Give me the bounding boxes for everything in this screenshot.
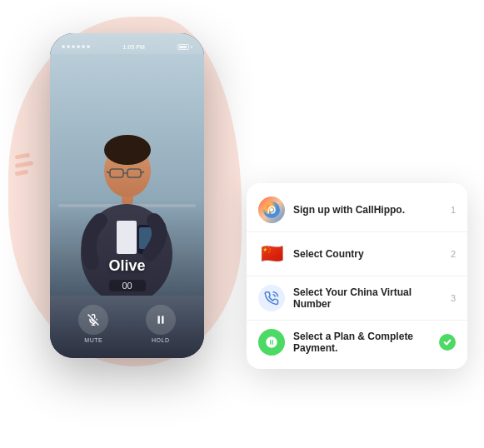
battery-tip: [191, 46, 192, 48]
step-plan-check: [439, 334, 456, 351]
step-country-text: Select Country: [293, 248, 442, 260]
dash-3: [15, 170, 29, 177]
phone-mockup: 1:05 PM: [50, 33, 204, 358]
hold-icon: [146, 305, 176, 335]
mute-icon: [78, 305, 108, 335]
svg-rect-17: [157, 316, 159, 323]
decorative-dashes: [15, 150, 33, 179]
svg-rect-3: [117, 221, 137, 254]
svg-point-6: [104, 135, 151, 165]
step-plan: Select a Plan & Complete Payment.: [247, 321, 467, 364]
callhippo-icon: [258, 197, 285, 223]
phone-controls: MUTE HOLD: [50, 305, 204, 343]
svg-point-20: [270, 208, 273, 212]
step-signup: Sign up with CallHippo. 1: [247, 188, 467, 232]
plan-icon: [258, 329, 285, 356]
dash-1: [15, 152, 31, 159]
china-flag-icon: 🇨🇳: [258, 241, 285, 267]
hold-button[interactable]: HOLD: [146, 305, 176, 343]
battery-icon: [177, 44, 189, 50]
mute-label: MUTE: [84, 337, 102, 343]
step-number-num: 3: [451, 293, 456, 303]
svg-rect-18: [162, 316, 163, 323]
step-signup-text: Sign up with CallHippo.: [293, 204, 442, 216]
steps-card: Sign up with CallHippo. 1 🇨🇳 Select Coun…: [247, 183, 467, 369]
step-signup-num: 1: [451, 205, 456, 215]
battery-indicator: [177, 44, 192, 50]
status-time: 1:05 PM: [122, 44, 144, 50]
battery-fill: [179, 46, 187, 48]
step-number: Select Your China Virtual Number 3: [247, 276, 467, 321]
step-number-text: Select Your China Virtual Number: [293, 286, 442, 310]
dash-2: [15, 161, 34, 168]
step-plan-text: Select a Plan & Complete Payment.: [293, 331, 431, 354]
hold-label: HOLD: [152, 337, 169, 343]
virtual-number-icon: [258, 285, 285, 311]
step-country-num: 2: [451, 249, 456, 259]
phone-screen: Olive 00 MUTE: [50, 33, 204, 358]
call-timer: 00: [109, 280, 146, 291]
step-country: 🇨🇳 Select Country 2: [247, 232, 467, 276]
caller-name: Olive: [50, 257, 204, 275]
status-bar: 1:05 PM: [50, 38, 204, 55]
signal-dots: [62, 45, 90, 48]
mute-button[interactable]: MUTE: [78, 305, 108, 343]
